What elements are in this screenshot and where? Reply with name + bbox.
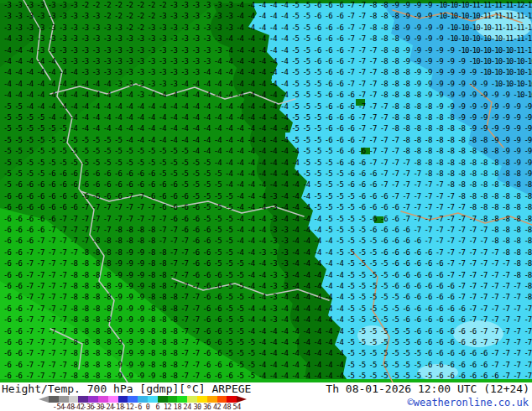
grid-temperature-value: -8 — [380, 47, 388, 54]
grid-temperature-value: -4 — [247, 283, 254, 289]
grid-temperature-value: -11 — [502, 24, 513, 31]
grid-temperature-value: -5 — [214, 237, 222, 244]
grid-temperature-value: -7 — [413, 193, 420, 200]
grid-temperature-value: -8 — [81, 260, 88, 267]
grid-temperature-value: -5 — [357, 305, 365, 312]
grid-temperature-value: -5 — [369, 328, 377, 335]
grid-temperature-value: -4 — [314, 305, 321, 312]
grid-temperature-value: -5 — [314, 148, 321, 154]
grid-temperature-value: -4 — [291, 328, 299, 335]
grid-temperature-value: -9 — [413, 58, 420, 65]
grid-temperature-value: -5 — [148, 159, 155, 166]
grid-temperature-value: -8 — [502, 237, 509, 244]
grid-temperature-value: -8 — [170, 372, 177, 379]
grid-temperature-value: -4 — [258, 81, 266, 87]
grid-temperature-value: -3 — [114, 47, 122, 54]
grid-temperature-value: -5 — [325, 181, 332, 188]
grid-temperature-value: -10 — [446, 35, 457, 42]
grid-temperature-value: -6 — [380, 249, 388, 256]
grid-temperature-value: -7 — [48, 316, 55, 323]
grid-temperature-value: -5 — [347, 350, 354, 356]
grid-temperature-value: -9 — [480, 103, 488, 110]
grid-temperature-value: -7 — [468, 283, 476, 289]
grid-temperature-value: -7 — [380, 103, 388, 110]
legend-segment — [98, 396, 108, 403]
grid-temperature-value: -4 — [336, 316, 343, 323]
grid-temperature-value: -7 — [191, 328, 199, 335]
grid-temperature-value: -7 — [170, 283, 177, 289]
grid-temperature-value: -5 — [302, 58, 310, 65]
grid-temperature-value: -5 — [3, 114, 11, 121]
grid-temperature-value: -3 — [37, 2, 44, 8]
legend-segment — [197, 396, 207, 403]
grid-temperature-value: -6 — [14, 260, 22, 267]
grid-temperature-value: -4 — [269, 181, 277, 188]
grid-temperature-value: -9 — [513, 159, 520, 166]
grid-temperature-value: -3 — [25, 2, 33, 8]
grid-temperature-value: -4 — [314, 272, 321, 278]
grid-temperature-value: -6 — [125, 170, 133, 177]
grid-temperature-value: -6 — [413, 260, 420, 267]
legend-arrow-left-icon — [39, 396, 49, 403]
grid-temperature-value: -5 — [347, 216, 354, 222]
grid-temperature-value: -7 — [491, 316, 498, 323]
grid-temperature-value: -6 — [413, 305, 420, 312]
grid-temperature-value: -7 — [347, 2, 354, 8]
grid-temperature-value: -5 — [369, 260, 377, 267]
grid-temperature-value: -7 — [48, 226, 55, 233]
grid-temperature-value: -5 — [25, 137, 33, 143]
grid-temperature-value: -4 — [280, 170, 288, 177]
grid-temperature-value: -8 — [491, 193, 498, 200]
grid-temperature-value: -5 — [214, 249, 222, 256]
grid-temperature-value: -6 — [325, 24, 332, 31]
grid-temperature-value: -8 — [125, 226, 133, 233]
grid-temperature-value: -4 — [269, 125, 277, 132]
grid-temperature-value: -3 — [48, 24, 55, 31]
grid-temperature-value: -4 — [291, 148, 299, 154]
grid-temperature-value: -6 — [369, 204, 377, 211]
grid-temperature-value: -4 — [269, 159, 277, 166]
grid-temperature-value: -3 — [280, 237, 288, 244]
grid-temperature-value: -5 — [14, 148, 22, 154]
grid-temperature-value: -4 — [3, 58, 11, 65]
grid-temperature-value: -6 — [103, 170, 111, 177]
grid-temperature-value: -10 — [502, 69, 513, 75]
grid-temperature-value: -7 — [468, 226, 476, 233]
grid-temperature-value: -7 — [524, 339, 531, 346]
grid-temperature-value: -6 — [3, 226, 11, 233]
grid-temperature-value: -11 — [513, 13, 524, 19]
grid-temperature-value: -5 — [325, 148, 332, 154]
grid-temperature-value: -4 — [269, 339, 277, 346]
grid-temperature-value: -4 — [191, 148, 199, 154]
grid-temperature-value: -9 — [502, 125, 509, 132]
grid-temperature-value: -6 — [25, 237, 33, 244]
grid-temperature-value: -4 — [325, 237, 332, 244]
grid-temperature-value: -5 — [347, 294, 354, 300]
grid-temperature-value: -8 — [436, 170, 443, 177]
grid-temperature-value: -7 — [59, 226, 66, 233]
grid-temperature-value: -9 — [114, 260, 122, 267]
grid-temperature-value: -6 — [347, 137, 354, 143]
grid-temperature-value: -6 — [446, 283, 454, 289]
grid-temperature-value: -5 — [314, 69, 321, 75]
grid-temperature-value: -10 — [502, 58, 513, 65]
grid-temperature-value: -6 — [203, 316, 211, 323]
grid-temperature-value: -4 — [236, 103, 243, 110]
grid-temperature-value: -3 — [3, 24, 11, 31]
grid-temperature-value: -2 — [159, 2, 166, 8]
grid-temperature-value: -8 — [380, 2, 388, 8]
grid-temperature-value: -11 — [513, 24, 524, 31]
grid-temperature-value: -4 — [336, 372, 343, 379]
grid-temperature-value: -4 — [280, 103, 288, 110]
grid-temperature-value: -6 — [325, 35, 332, 42]
grid-temperature-value: -7 — [468, 237, 476, 244]
grid-temperature-value: -4 — [280, 69, 288, 75]
grid-temperature-value: -5 — [3, 170, 11, 177]
grid-temperature-value: -9 — [425, 58, 432, 65]
grid-temperature-value: -3 — [48, 13, 55, 19]
grid-temperature-value: -7 — [524, 305, 531, 312]
grid-temperature-value: -6 — [203, 372, 211, 379]
grid-temperature-value: -5 — [413, 362, 420, 368]
grid-temperature-value: -7 — [457, 260, 465, 267]
grid-temperature-value: -4 — [302, 260, 310, 267]
